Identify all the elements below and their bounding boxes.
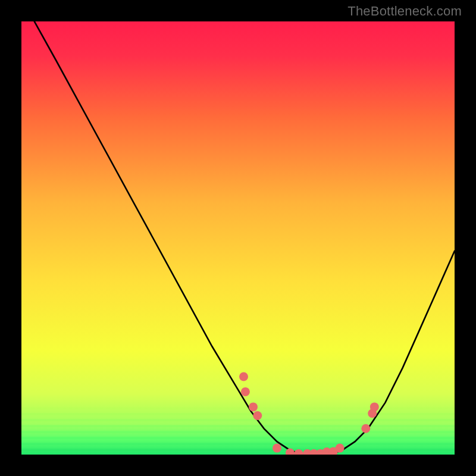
plot-area <box>21 21 455 455</box>
chart-frame: TheBottleneck.com <box>0 0 476 476</box>
data-point <box>361 424 370 433</box>
data-point <box>249 402 258 411</box>
data-point <box>273 444 281 453</box>
data-point <box>253 411 262 420</box>
data-point <box>239 372 248 381</box>
data-point <box>286 449 295 455</box>
data-points <box>239 372 379 455</box>
data-point <box>294 449 303 455</box>
watermark-text: TheBottleneck.com <box>347 4 462 19</box>
chart-svg <box>21 21 455 455</box>
data-point <box>336 444 345 453</box>
data-point <box>370 402 379 411</box>
data-point <box>241 387 250 396</box>
